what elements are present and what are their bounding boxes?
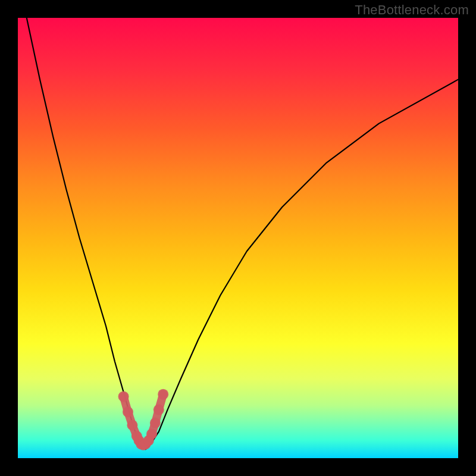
chart-canvas: [18, 18, 458, 458]
highlight-dot: [158, 389, 168, 400]
highlight-dot: [127, 420, 137, 431]
bottleneck-curve: [27, 18, 458, 449]
bottom-highlight-dots: [118, 389, 169, 450]
highlight-dot: [118, 391, 129, 402]
highlight-dot: [123, 406, 133, 417]
watermark-text: TheBottleneck.com: [355, 2, 469, 18]
highlight-dot: [146, 428, 157, 439]
plot-svg: [18, 18, 458, 458]
highlight-dot: [150, 418, 161, 428]
highlight-dot: [154, 405, 164, 415]
